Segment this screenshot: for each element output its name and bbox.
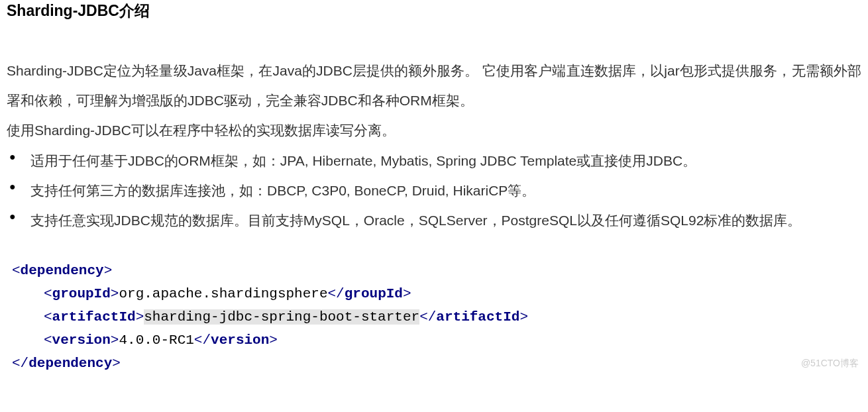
list-item: 支持任意实现JDBC规范的数据库。目前支持MySQL，Oracle，SQLSer… [7, 205, 861, 235]
xml-code-block: <dependency> <groupId>org.apache.shardin… [12, 259, 861, 375]
code-line: </dependency> [12, 352, 861, 375]
page-title: Sharding-JDBC介绍 [7, 0, 861, 21]
intro-paragraph-1: Sharding-JDBC定位为轻量级Java框架，在Java的JDBC层提供的… [7, 56, 861, 115]
list-item: 支持任何第三方的数据库连接池，如：DBCP, C3P0, BoneCP, Dru… [7, 176, 861, 205]
feature-list: 适用于任何基于JDBC的ORM框架，如：JPA, Hibernate, Myba… [7, 146, 861, 235]
code-line: <groupId>org.apache.shardingsphere</grou… [12, 282, 861, 305]
watermark: @51CTO博客 [801, 358, 859, 370]
code-line: <dependency> [12, 259, 861, 282]
list-item: 适用于任何基于JDBC的ORM框架，如：JPA, Hibernate, Myba… [7, 146, 861, 176]
code-line: <version>4.0.0-RC1</version> [12, 329, 861, 352]
code-line: <artifactId>sharding-jdbc-spring-boot-st… [12, 305, 861, 329]
intro-paragraph-2: 使用Sharding-JDBC可以在程序中轻松的实现数据库读写分离。 [7, 115, 861, 145]
